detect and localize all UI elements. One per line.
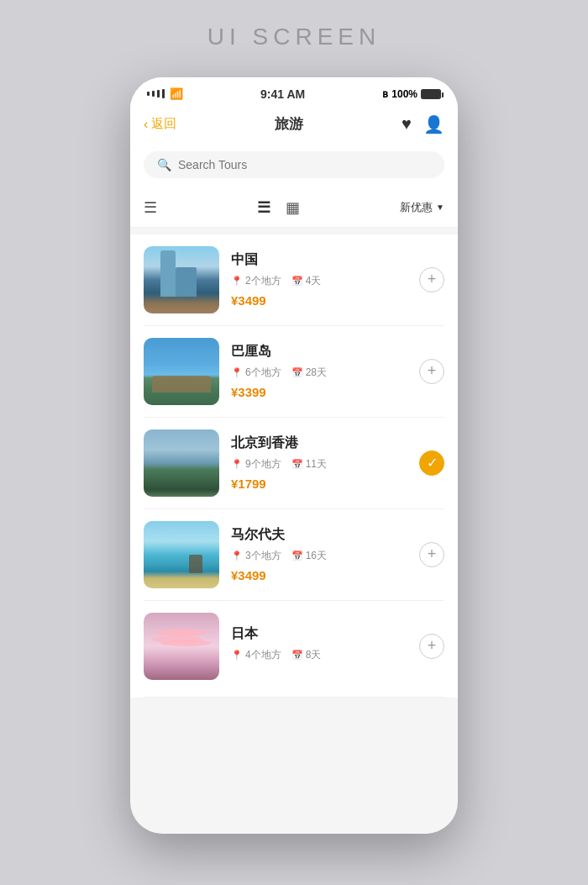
calendar-icon: 📅	[291, 550, 303, 561]
tour-meta-maldives: 📍 3个地方 📅 16天	[231, 549, 407, 563]
tour-days-china: 📅 4天	[291, 274, 322, 288]
location-icon: 📍	[231, 650, 243, 661]
tour-info-bali: 巴厘岛 📍 6个地方 📅 28天 ¥3399	[231, 343, 407, 399]
signal-bar-4	[162, 89, 165, 98]
battery-container	[421, 89, 441, 99]
search-icon: 🔍	[157, 158, 171, 171]
battery-percent: 100%	[391, 88, 417, 100]
list-view-icon[interactable]: ☰	[254, 197, 274, 219]
sort-arrow-icon: ▼	[436, 203, 444, 212]
battery-fill	[422, 90, 440, 98]
tour-image-japan	[144, 613, 219, 680]
tour-item-japan: 日本 📍 4个地方 📅 8天 +	[144, 601, 444, 698]
sort-button[interactable]: 新优惠 ▼	[400, 200, 444, 215]
tour-meta-bali: 📍 6个地方 📅 28天	[231, 366, 407, 380]
profile-icon[interactable]: 👤	[423, 114, 444, 134]
filter-icon[interactable]: ☰	[144, 198, 157, 217]
tour-selected-beijing-hk[interactable]: ✓	[419, 450, 444, 476]
tour-price-maldives: ¥3499	[231, 568, 407, 582]
search-container: 🔍	[130, 145, 458, 188]
page-title: 旅游	[275, 114, 303, 134]
tour-list: 中国 📍 2个地方 📅 4天 ¥3499 +	[130, 234, 458, 698]
screen-label: UI SCREEN	[207, 24, 381, 50]
tour-item-bali: 巴厘岛 📍 6个地方 📅 28天 ¥3399 +	[144, 326, 444, 418]
favorites-icon[interactable]: ♥	[402, 114, 412, 134]
location-icon: 📍	[231, 550, 243, 561]
tour-name-japan: 日本	[231, 625, 407, 643]
tour-info-japan: 日本 📍 4个地方 📅 8天	[231, 625, 407, 667]
location-icon: 📍	[231, 459, 243, 470]
signal-area: 📶	[147, 87, 183, 100]
tour-price-china: ¥3499	[231, 293, 407, 308]
tour-meta-beijing-hk: 📍 9个地方 📅 11天	[231, 457, 407, 471]
calendar-icon: 📅	[291, 367, 303, 378]
tour-places-maldives: 📍 3个地方	[231, 549, 281, 563]
tour-places-bali: 📍 6个地方	[231, 366, 281, 380]
location-icon: 📍	[231, 367, 243, 378]
search-bar[interactable]: 🔍	[144, 151, 444, 178]
battery-box	[421, 89, 441, 99]
tour-name-beijing-hk: 北京到香港	[231, 435, 407, 452]
tour-places-china: 📍 2个地方	[231, 274, 281, 288]
nav-action-icons: ♥ 👤	[402, 114, 444, 134]
tour-info-china: 中国 📍 2个地方 📅 4天 ¥3499	[231, 251, 407, 308]
signal-bar-2	[152, 91, 155, 97]
tour-image-beijing-hk	[144, 429, 219, 497]
status-bar: 📶 9:41 AM ʙ 100%	[130, 77, 458, 106]
tour-price-bali: ¥3399	[231, 385, 407, 399]
grid-view-icon[interactable]: ▦	[282, 197, 303, 219]
filter-bar: ☰ ☰ ▦ 新优惠 ▼	[130, 188, 458, 228]
calendar-icon: 📅	[291, 276, 303, 287]
signal-bar-3	[157, 90, 160, 97]
tour-days-beijing-hk: 📅 11天	[291, 457, 327, 471]
back-button[interactable]: ‹ 返回	[144, 116, 176, 132]
tour-image-china	[144, 246, 219, 313]
tour-add-japan[interactable]: +	[419, 634, 444, 659]
tour-name-bali: 巴厘岛	[231, 343, 407, 361]
battery-area: ʙ 100%	[382, 88, 441, 100]
tour-image-bali	[144, 338, 219, 405]
tour-price-beijing-hk: ¥1799	[231, 477, 407, 491]
tour-places-beijing-hk: 📍 9个地方	[231, 457, 281, 471]
tour-info-beijing-hk: 北京到香港 📍 9个地方 📅 11天 ¥1799	[231, 435, 407, 491]
tour-item-beijing-hk: 北京到香港 📍 9个地方 📅 11天 ¥1799 ✓	[144, 418, 444, 509]
signal-bar-1	[147, 92, 150, 96]
tour-days-maldives: 📅 16天	[291, 549, 327, 563]
tour-add-bali[interactable]: +	[419, 359, 444, 384]
tour-info-maldives: 马尔代夫 📍 3个地方 📅 16天 ¥3499	[231, 526, 407, 582]
tour-meta-china: 📍 2个地方 📅 4天	[231, 274, 407, 288]
sort-label: 新优惠	[400, 200, 433, 215]
search-input[interactable]	[178, 158, 431, 171]
calendar-icon: 📅	[291, 650, 303, 661]
tour-item-china: 中国 📍 2个地方 📅 4天 ¥3499 +	[144, 234, 444, 326]
tour-item-maldives: 马尔代夫 📍 3个地方 📅 16天 ¥3499 +	[144, 509, 444, 601]
calendar-icon: 📅	[291, 459, 303, 470]
back-label: 返回	[151, 116, 176, 132]
bluetooth-icon: ʙ	[382, 88, 388, 100]
tour-name-china: 中国	[231, 251, 407, 269]
view-toggle: ☰ ▦	[254, 197, 303, 219]
back-chevron-icon: ‹	[144, 117, 148, 132]
tour-image-maldives	[144, 521, 219, 588]
nav-bar: ‹ 返回 旅游 ♥ 👤	[130, 106, 458, 145]
location-icon: 📍	[231, 276, 243, 287]
phone-frame: 📶 9:41 AM ʙ 100% ‹ 返回 旅游 ♥ 👤 🔍	[130, 77, 458, 834]
status-time: 9:41 AM	[260, 87, 305, 101]
tour-meta-japan: 📍 4个地方 📅 8天	[231, 648, 407, 662]
tour-places-japan: 📍 4个地方	[231, 648, 281, 662]
tour-add-maldives[interactable]: +	[419, 542, 444, 567]
tour-add-china[interactable]: +	[419, 267, 444, 292]
wifi-icon: 📶	[170, 87, 183, 100]
tour-days-japan: 📅 8天	[291, 648, 322, 662]
tour-days-bali: 📅 28天	[291, 366, 327, 380]
tour-name-maldives: 马尔代夫	[231, 526, 407, 544]
